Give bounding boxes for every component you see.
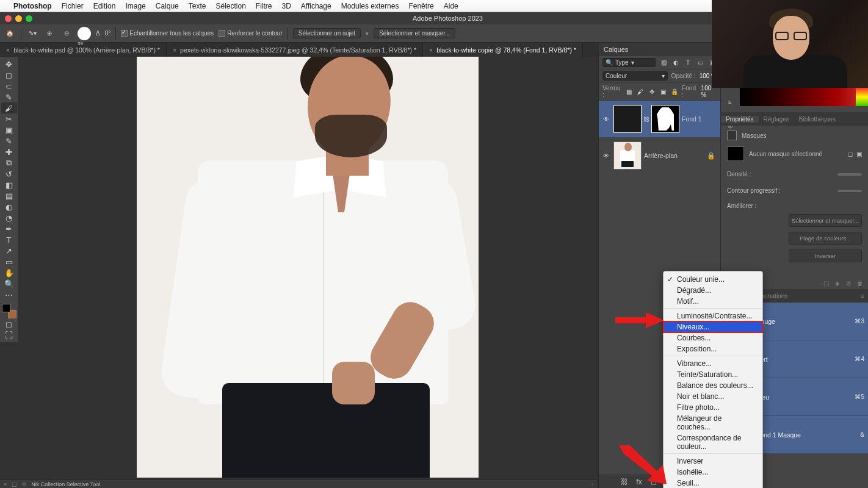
document-tab[interactable]: ×pexels-viktoria-slowikowska-5332277.jpe…: [167, 43, 423, 57]
menu-window[interactable]: Fenêtre: [408, 2, 433, 10]
menu-item-exposure[interactable]: Exposition...: [664, 343, 762, 356]
add-selection-icon[interactable]: ⊕: [43, 27, 56, 40]
menu-item-brightness[interactable]: Luminosité/Contraste...: [664, 310, 762, 321]
menu-item-hue-sat[interactable]: Teinte/Saturation...: [664, 369, 762, 380]
invert-button[interactable]: Inverser: [789, 249, 862, 262]
frame-tool-icon[interactable]: ▣: [1, 124, 17, 135]
quick-select-tool-icon[interactable]: ✎: [1, 92, 17, 102]
lock-icon[interactable]: 🔒: [707, 152, 715, 160]
layer-filter-select[interactable]: 🔍 Type ▾: [602, 58, 656, 67]
text-tool-icon[interactable]: T: [1, 234, 17, 245]
color-range-button[interactable]: Plage de couleurs...: [789, 232, 862, 245]
menu-file[interactable]: Fichier: [62, 2, 84, 10]
screen-mode-icon[interactable]: ⛶: [1, 329, 17, 340]
lock-all-icon[interactable]: 🔒: [671, 87, 679, 96]
expand-icon[interactable]: ›: [591, 481, 593, 487]
pixel-mask-icon[interactable]: ◻: [848, 151, 853, 157]
minimize-window-icon[interactable]: [15, 15, 22, 22]
status-box-icon[interactable]: ▢: [12, 481, 17, 487]
tab-adjustments[interactable]: Réglages: [759, 116, 794, 123]
blend-mode-select[interactable]: Couleur ▾: [602, 71, 668, 81]
color-swatches[interactable]: [2, 304, 16, 318]
marquee-tool-icon[interactable]: ◻: [1, 70, 17, 81]
lock-pixels-icon[interactable]: 🖌: [637, 87, 645, 96]
zoom-tool-icon[interactable]: 🔍: [1, 278, 17, 289]
mask-mode-icon[interactable]: [727, 131, 737, 140]
document-canvas[interactable]: [137, 57, 479, 478]
select-and-mask-button[interactable]: Sélectionner et masquer...: [374, 28, 455, 38]
select-subject-button[interactable]: Sélectionner un sujet: [293, 28, 361, 38]
hand-tool-icon[interactable]: ✋: [1, 267, 17, 278]
close-tab-icon[interactable]: ×: [429, 46, 433, 54]
menu-item-posterize[interactable]: Isohélie...: [664, 467, 762, 478]
filter-text-icon[interactable]: T: [684, 59, 692, 67]
visibility-icon[interactable]: 👁: [601, 116, 611, 123]
blur-tool-icon[interactable]: ◐: [1, 201, 17, 212]
layer-item[interactable]: 👁 Arrière-plan 🔒: [599, 137, 720, 174]
apply-mask-icon[interactable]: ◈: [835, 280, 840, 287]
history-brush-tool-icon[interactable]: ↺: [1, 168, 17, 179]
menu-image[interactable]: Image: [125, 2, 145, 10]
menu-item-color-balance[interactable]: Balance des couleurs...: [664, 380, 762, 391]
filter-adjust-icon[interactable]: ◐: [671, 59, 680, 67]
visibility-icon[interactable]: 👁: [601, 152, 611, 159]
menu-item-bw[interactable]: Noir et blanc...: [664, 391, 762, 402]
menu-view[interactable]: Affichage: [301, 2, 331, 10]
menu-filter[interactable]: Filtre: [256, 2, 272, 10]
menu-item-curves[interactable]: Courbes...: [664, 332, 762, 343]
menu-item-color-lookup[interactable]: Correspondance de couleur...: [664, 432, 762, 454]
document-tab[interactable]: ×black-to-white.psd @ 100% (Arrière-plan…: [0, 43, 167, 57]
hue-strip[interactable]: [856, 88, 868, 106]
menu-selection[interactable]: Sélection: [215, 2, 245, 10]
foreground-swatch[interactable]: [2, 304, 10, 312]
filter-shape-icon[interactable]: ▭: [696, 59, 704, 67]
close-tab-icon[interactable]: ×: [6, 46, 10, 54]
menu-item-pattern[interactable]: Motif...: [664, 296, 762, 309]
disable-mask-icon[interactable]: ⊘: [846, 280, 851, 287]
close-tab-icon[interactable]: ×: [173, 46, 176, 54]
link-icon[interactable]: ⛓: [643, 116, 649, 123]
edit-toolbar-icon[interactable]: ⋯: [1, 289, 17, 300]
eyedropper-tool-icon[interactable]: ✎: [1, 135, 17, 146]
select-mask-button[interactable]: Sélectionner et masquer...: [789, 214, 862, 227]
home-icon[interactable]: 🏠: [4, 27, 16, 40]
menu-help[interactable]: Aide: [444, 2, 458, 10]
lasso-tool-icon[interactable]: ⊂: [1, 81, 17, 92]
layers-panel-title[interactable]: Calques: [599, 43, 720, 56]
pen-tool-icon[interactable]: ✒: [1, 223, 17, 234]
current-mask-thumb[interactable]: [727, 146, 744, 161]
layer-thumbnail[interactable]: [613, 105, 642, 133]
menu-edit[interactable]: Edition: [93, 2, 116, 10]
eraser-tool-icon[interactable]: ◧: [1, 179, 17, 190]
brush-tool-icon[interactable]: 🖌: [1, 102, 17, 113]
dropdown-arrow-icon[interactable]: ▾: [366, 30, 369, 37]
reinforce-checkbox[interactable]: Renforcer le contour: [219, 30, 283, 37]
layer-name[interactable]: Arrière-plan: [644, 152, 678, 159]
window-controls[interactable]: [5, 15, 32, 22]
app-menu[interactable]: Photoshop: [13, 2, 52, 10]
healing-tool-icon[interactable]: ✚: [1, 146, 17, 157]
zoom-window-icon[interactable]: [26, 15, 32, 22]
gradient-tool-icon[interactable]: ▤: [1, 190, 17, 201]
document-tab[interactable]: ×black-to-white copie @ 78,4% (Fond 1, R…: [423, 43, 583, 57]
layer-thumbnail[interactable]: [613, 142, 642, 170]
delete-mask-icon[interactable]: 🗑: [857, 280, 863, 287]
clone-tool-icon[interactable]: ⧉: [1, 157, 17, 168]
dodge-tool-icon[interactable]: ◔: [1, 212, 17, 223]
menu-text[interactable]: Texte: [189, 2, 206, 10]
crop-tool-icon[interactable]: ✂: [1, 113, 17, 124]
sample-all-checkbox[interactable]: Echantillonner tous les calques: [121, 30, 214, 37]
tab-properties[interactable]: Propriétés: [721, 116, 759, 123]
menu-3d[interactable]: 3D: [282, 2, 291, 10]
menu-item-levels[interactable]: Niveaux...: [664, 321, 762, 332]
menu-item-photo-filter[interactable]: Filtre photo...: [664, 402, 762, 413]
filter-image-icon[interactable]: ▧: [659, 59, 668, 67]
tool-preset-icon[interactable]: ✎▾: [26, 27, 38, 40]
shape-tool-icon[interactable]: ▭: [1, 256, 17, 267]
lock-transparency-icon[interactable]: ▦: [625, 87, 633, 96]
vector-mask-icon[interactable]: ▣: [856, 151, 862, 157]
subtract-selection-icon[interactable]: ⊖: [60, 27, 73, 40]
nik-tool-label[interactable]: Nik Collection Selective Tool: [31, 481, 100, 487]
menu-item-solid-color[interactable]: Couleur unie...: [664, 274, 762, 285]
menu-layer[interactable]: Calque: [156, 2, 179, 10]
